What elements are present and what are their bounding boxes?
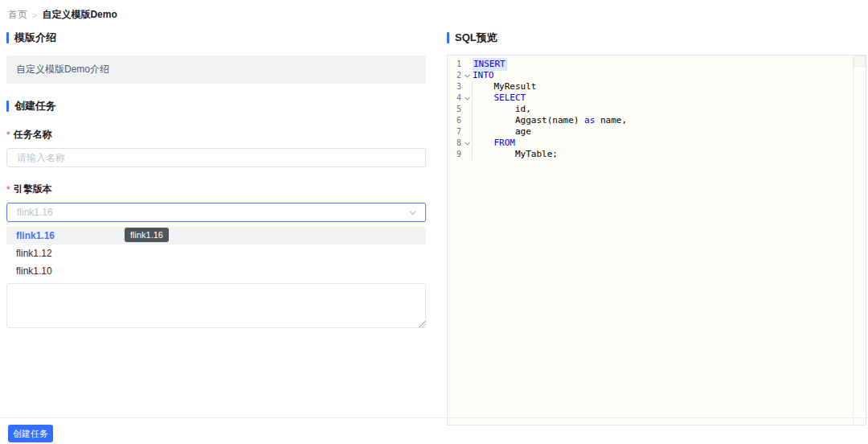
code-line[interactable]: 6 Aggast(name) as name, [448,115,866,126]
line-number: 4 [448,92,461,104]
code-text: MyTable; [473,149,558,160]
fold-chevron-icon[interactable] [461,72,473,80]
main-content: 模版介绍 自定义模版Demo介绍 创建任务 * 任务名称 * 引擎版本 flin… [0,22,868,426]
left-panel: 模版介绍 自定义模版Demo介绍 创建任务 * 任务名称 * 引擎版本 flin… [6,31,426,426]
sql-section-title: SQL预览 [455,31,497,45]
minimap-divider [853,56,854,425]
code-line[interactable]: 5 id, [448,104,866,115]
engine-version-tooltip: flink1.16 [125,228,169,242]
task-name-label: * 任务名称 [6,128,426,142]
footer-divider [0,417,868,418]
breadcrumb-current: 自定义模版Demo [42,8,117,22]
code-text: MyResult [473,81,536,92]
code-text: FROM [473,138,515,149]
intro-section-title: 模版介绍 [14,31,56,45]
template-intro-box: 自定义模版Demo介绍 [6,56,426,84]
line-number: 5 [448,104,461,115]
memo-area-wrap [6,283,426,328]
code-line[interactable]: 2INTO [448,70,866,81]
code-text: INTO [473,70,494,81]
chevron-down-icon [408,208,417,217]
section-accent-bar [447,32,449,43]
code-line[interactable]: 7 age [448,126,866,138]
engine-version-select[interactable]: flink1.16 [6,203,426,222]
minimap-slider[interactable] [854,56,866,67]
engine-version-value: flink1.16 [17,207,53,218]
memo-textarea[interactable] [6,283,426,328]
sql-panel: SQL预览 1INSERT2INTO3 MyResult4 SELECT5 id… [447,31,866,426]
code-text: INSERT [473,59,507,70]
code-line[interactable]: 8 FROM [448,138,866,149]
dropdown-option[interactable]: flink1.12 [6,245,426,262]
create-task-button[interactable]: 创建任务 [8,425,53,442]
code-line[interactable]: 1INSERT [448,59,866,70]
fold-chevron-icon[interactable] [461,95,473,102]
line-number: 7 [448,126,461,138]
code-text: SELECT [473,92,526,104]
code-text: Aggast(name) as name, [473,115,627,126]
create-task-section-header: 创建任务 [6,100,426,113]
line-number: 1 [448,59,461,70]
code-text: id, [473,104,531,115]
create-task-section-title: 创建任务 [14,99,56,113]
engine-version-dropdown: flink1.16flink1.12flink1.10flink1.16 [6,227,426,280]
intro-section-header: 模版介绍 [6,31,426,44]
line-number: 9 [448,149,461,160]
section-accent-bar [6,101,9,112]
breadcrumb-home-link[interactable]: 首页 [8,8,27,22]
dropdown-option[interactable]: flink1.16 [6,227,426,245]
breadcrumb-separator: > [32,10,37,20]
resize-handle-icon[interactable] [418,320,425,327]
dropdown-option[interactable]: flink1.10 [6,262,426,280]
task-name-input[interactable] [6,148,426,167]
line-number: 6 [448,115,461,126]
fold-chevron-icon[interactable] [461,140,473,147]
engine-version-label: * 引擎版本 [6,183,426,196]
section-accent-bar [6,32,9,43]
code-line[interactable]: 3 MyResult [448,81,866,92]
sql-code-editor[interactable]: 1INSERT2INTO3 MyResult4 SELECT5 id,6 Agg… [447,55,866,426]
template-intro-text: 自定义模版Demo介绍 [16,63,109,76]
line-number: 3 [448,81,461,92]
breadcrumb: 首页 > 自定义模版Demo [0,0,868,22]
sql-section-header: SQL预览 [447,31,866,44]
required-asterisk: * [6,130,10,141]
required-asterisk: * [6,184,10,195]
indent-guide [472,81,473,160]
line-number: 8 [448,138,461,149]
code-line[interactable]: 4 SELECT [448,92,866,104]
code-text: age [473,126,531,138]
line-number: 2 [448,70,461,81]
code-line[interactable]: 9 MyTable; [448,149,866,160]
